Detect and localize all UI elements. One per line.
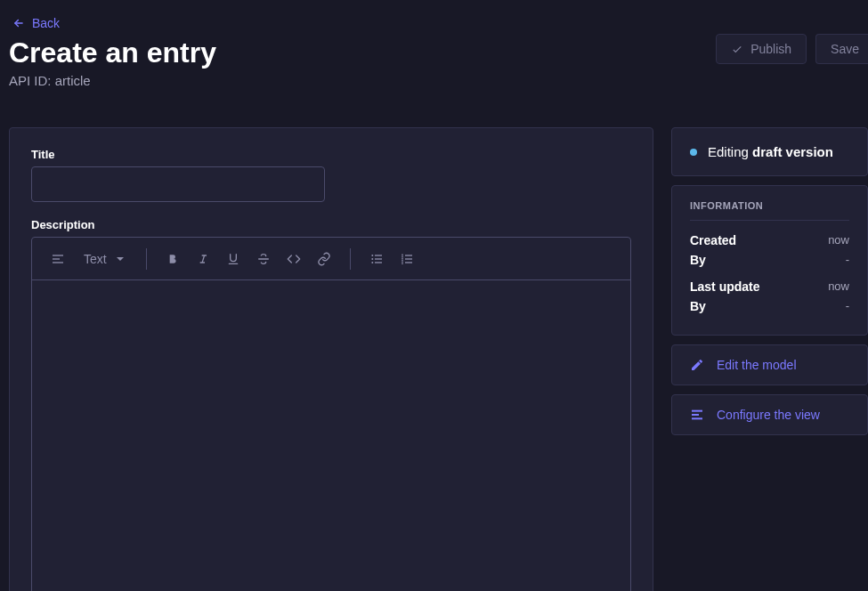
svg-rect-22 <box>692 414 699 416</box>
info-key: By <box>690 299 706 313</box>
svg-rect-19 <box>402 260 403 261</box>
underline-button[interactable] <box>220 246 247 272</box>
svg-rect-15 <box>402 255 403 255</box>
bold-button[interactable] <box>159 246 186 272</box>
align-left-button[interactable] <box>45 246 71 272</box>
title-input[interactable] <box>31 166 325 202</box>
align-left-icon <box>51 252 65 266</box>
editor-toolbar: Text <box>32 238 630 280</box>
arrow-left-icon <box>12 17 25 29</box>
link-icon <box>317 252 331 266</box>
bullet-list-icon <box>369 252 384 266</box>
caret-down-icon <box>116 255 125 263</box>
check-icon <box>731 43 743 55</box>
svg-rect-9 <box>375 258 382 259</box>
info-row-created: Created now <box>690 233 849 247</box>
svg-rect-18 <box>402 256 403 257</box>
strikethrough-icon <box>256 252 271 266</box>
info-row-created-by: By - <box>690 253 849 267</box>
info-value: - <box>846 253 849 267</box>
information-card: INFORMATION Created now By - Last update… <box>671 185 868 336</box>
info-key: Created <box>690 233 736 247</box>
svg-rect-3 <box>53 262 63 263</box>
configure-view-label: Configure the view <box>717 408 820 422</box>
code-button[interactable] <box>280 246 307 272</box>
information-heading: INFORMATION <box>690 200 849 221</box>
underline-icon <box>226 252 240 266</box>
italic-icon <box>196 252 210 266</box>
svg-rect-20 <box>402 263 403 264</box>
link-button[interactable] <box>311 246 337 272</box>
header-actions: Publish Save <box>716 34 868 64</box>
svg-rect-7 <box>375 255 382 255</box>
strikethrough-button[interactable] <box>250 246 277 272</box>
svg-rect-21 <box>692 410 702 412</box>
code-icon <box>287 252 301 266</box>
toolbar-separator <box>146 248 147 270</box>
description-field: Description Text <box>31 218 631 591</box>
description-input[interactable] <box>32 280 630 591</box>
svg-rect-17 <box>402 262 403 263</box>
status-card: Editing draft version <box>671 127 868 176</box>
layout-icon <box>690 408 704 422</box>
svg-rect-16 <box>402 258 403 259</box>
bullet-list-button[interactable] <box>363 246 390 272</box>
title-label: Title <box>31 148 631 161</box>
pencil-icon <box>690 358 704 372</box>
numbered-list-button[interactable] <box>393 246 420 272</box>
save-label: Save <box>831 42 859 56</box>
svg-rect-14 <box>405 262 412 263</box>
svg-rect-13 <box>405 258 412 259</box>
svg-point-8 <box>371 258 373 260</box>
rich-text-editor: Text <box>31 237 631 591</box>
back-link[interactable]: Back <box>9 0 60 36</box>
info-key: By <box>690 253 706 267</box>
status-version: draft version <box>752 144 833 159</box>
status-text: Editing draft version <box>708 144 833 159</box>
bold-icon <box>166 252 180 266</box>
publish-button[interactable]: Publish <box>716 34 807 64</box>
status-dot-icon <box>690 149 697 156</box>
description-label: Description <box>31 218 631 231</box>
edit-model-link[interactable]: Edit the model <box>671 344 868 385</box>
edit-model-label: Edit the model <box>717 358 797 372</box>
info-value: now <box>828 233 849 247</box>
italic-button[interactable] <box>190 246 216 272</box>
title-field: Title <box>31 148 631 202</box>
info-key: Last update <box>690 279 760 294</box>
svg-point-10 <box>371 262 373 263</box>
form-card: Title Description Text <box>9 127 653 591</box>
info-row-updated: Last update now <box>690 279 849 294</box>
status-prefix: Editing <box>708 144 752 159</box>
svg-rect-12 <box>405 255 412 255</box>
page-title: Create an entry <box>9 36 216 69</box>
text-style-label: Text <box>84 252 107 266</box>
text-style-dropdown[interactable]: Text <box>75 252 134 266</box>
back-label: Back <box>32 16 60 30</box>
info-row-updated-by: By - <box>690 299 849 313</box>
svg-point-6 <box>371 255 373 256</box>
info-value: now <box>828 279 849 294</box>
svg-rect-23 <box>692 418 702 420</box>
configure-view-link[interactable]: Configure the view <box>671 394 868 435</box>
api-id: API ID: article <box>9 73 216 88</box>
svg-rect-1 <box>53 255 63 255</box>
svg-rect-2 <box>53 258 60 259</box>
save-button[interactable]: Save <box>815 34 868 64</box>
info-value: - <box>846 299 849 313</box>
svg-rect-11 <box>375 262 382 263</box>
publish-label: Publish <box>750 42 791 56</box>
numbered-list-icon <box>400 252 414 266</box>
toolbar-separator <box>350 248 351 270</box>
